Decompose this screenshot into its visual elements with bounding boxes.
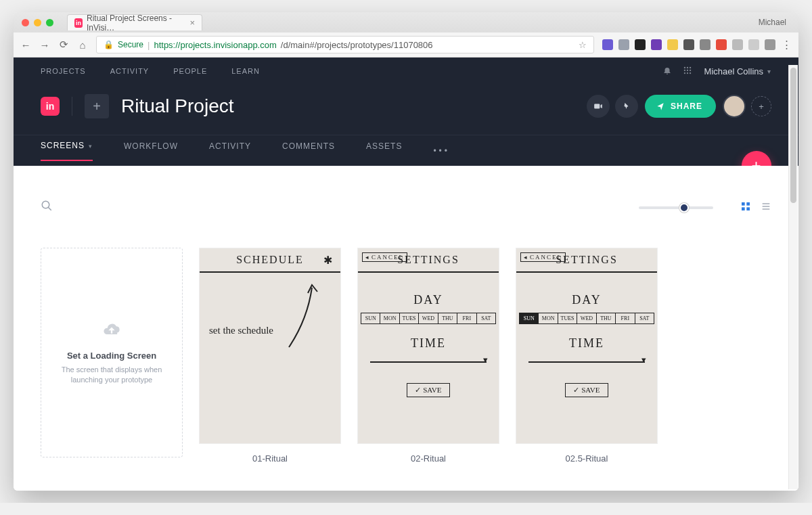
grid-view-button[interactable] (740, 201, 751, 214)
share-label: SHARE (671, 102, 702, 111)
close-tab-icon[interactable]: × (189, 18, 195, 28)
time-input-sketch (528, 361, 645, 363)
invision-logo[interactable]: in (41, 97, 60, 116)
extensions: ⋮ (602, 39, 792, 51)
extension-icon[interactable] (716, 39, 727, 50)
tab-comments[interactable]: COMMENTS (282, 141, 335, 160)
screen-caption[interactable]: 01-Ritual (199, 444, 341, 473)
minimize-window-button[interactable] (34, 19, 41, 26)
loading-screen-placeholder[interactable]: Set a Loading Screen The screen that dis… (41, 248, 183, 473)
tab-workflow[interactable]: WORKFLOW (124, 141, 178, 160)
tab-strip: in Ritual Project Screens - InVisi… × Mi… (14, 12, 798, 32)
day-label: DAY (516, 293, 657, 307)
browser-window: in Ritual Project Screens - InVisi… × Mi… (14, 12, 798, 491)
app-header: PROJECTS ACTIVITY PEOPLE LEARN Michael C… (14, 58, 798, 166)
video-button[interactable] (587, 95, 610, 118)
week-row: SUNMONTUESWEDTHUFRISAT (361, 313, 496, 324)
svg-point-8 (689, 72, 690, 74)
forward-button[interactable]: → (39, 39, 50, 51)
secure-label: Secure (118, 40, 143, 49)
tab-screens[interactable]: SCREENS▾ (41, 141, 93, 161)
bookmark-icon[interactable]: ☆ (579, 40, 587, 50)
reload-button[interactable]: ⟳ (58, 39, 69, 51)
share-button[interactable]: SHARE (645, 95, 716, 118)
tab-more-icon[interactable]: ••• (433, 146, 450, 156)
nav-projects[interactable]: PROJECTS (41, 67, 86, 75)
chrome-menu-icon[interactable]: ⋮ (781, 39, 792, 51)
extension-icon[interactable] (635, 39, 646, 50)
extension-icon[interactable] (618, 39, 629, 50)
lock-icon: 🔒 (104, 40, 114, 49)
tab-assets[interactable]: ASSETS (366, 141, 402, 160)
search-icon[interactable] (41, 200, 53, 215)
svg-point-3 (683, 70, 685, 71)
placeholder-subtitle: The screen that displays when launching … (55, 365, 168, 386)
maximize-window-button[interactable] (46, 19, 53, 26)
extension-icon[interactable] (602, 39, 613, 50)
url-path: /d/main#/projects/prototypes/11070806 (281, 40, 433, 50)
svg-point-6 (683, 72, 685, 74)
nav-learn[interactable]: LEARN (231, 67, 260, 75)
thumbnail-size-slider[interactable] (639, 206, 713, 209)
chrome-profile[interactable]: Michael (759, 18, 793, 27)
screen-card[interactable]: SCHEDULE ✱ set the schedule 01-Ritual (199, 248, 341, 473)
nav-activity[interactable]: ACTIVITY (110, 67, 150, 75)
upload-cloud-icon (99, 320, 124, 344)
time-label: TIME (358, 336, 499, 351)
address-bar[interactable]: 🔒 Secure | https://projects.invisionapp.… (96, 36, 594, 53)
close-window-button[interactable] (22, 19, 29, 26)
screens-toolbar (41, 200, 771, 215)
extension-icon[interactable] (732, 39, 743, 50)
address-bar-row: ← → ⟳ ⌂ 🔒 Secure | https://projects.invi… (14, 32, 798, 57)
back-button[interactable]: ← (20, 39, 31, 51)
chevron-down-icon: ▾ (767, 68, 771, 75)
favicon-icon: in (74, 18, 83, 28)
svg-point-7 (686, 72, 687, 74)
screen-caption[interactable]: 02.5-Ritual (516, 444, 658, 473)
screen-thumbnail[interactable]: ◂ CANCEL SETTINGS DAY SUNMONTUESWEDTHUFR… (357, 248, 499, 444)
slider-knob[interactable] (679, 203, 689, 212)
new-item-button[interactable]: + (85, 94, 109, 118)
divider (72, 97, 72, 116)
extension-icon[interactable] (683, 39, 694, 50)
extension-icon[interactable] (748, 39, 759, 50)
url-host: https://projects.invisionapp.com (154, 40, 276, 50)
extension-icon[interactable] (765, 39, 775, 50)
project-tabs: SCREENS▾ WORKFLOW ACTIVITY COMMENTS ASSE… (14, 135, 798, 166)
cancel-button-sketch: ◂ CANCEL (362, 252, 407, 262)
freehand-button[interactable] (615, 95, 638, 118)
save-button-sketch: ✓ SAVE (565, 383, 608, 397)
screen-thumbnail[interactable]: SCHEDULE ✱ set the schedule (199, 248, 341, 444)
apps-grid-icon[interactable] (683, 66, 692, 76)
screen-card[interactable]: ◂ CANCEL SETTINGS DAY SUNMONTUESWEDTHUFR… (357, 248, 499, 473)
scrollbar-thumb[interactable] (790, 68, 796, 203)
extension-icon[interactable] (667, 39, 678, 50)
screens-grid: Set a Loading Screen The screen that dis… (41, 248, 771, 473)
svg-line-10 (48, 207, 51, 210)
list-view-button[interactable] (761, 201, 771, 214)
notifications-icon[interactable] (662, 66, 672, 76)
placeholder-title: Set a Loading Screen (67, 351, 156, 361)
screen-caption[interactable]: 02-Ritual (357, 444, 499, 473)
svg-rect-12 (746, 202, 750, 206)
extension-icon[interactable] (700, 39, 710, 50)
user-menu[interactable]: Michael Collins (704, 66, 763, 76)
svg-point-2 (689, 67, 690, 68)
screen-thumbnail[interactable]: ◂ CANCEL SETTINGS DAY SUNMONTUESWEDTHUFR… (516, 248, 658, 444)
screen-card[interactable]: ◂ CANCEL SETTINGS DAY SUNMONTUESWEDTHUFR… (516, 248, 658, 473)
content-area: Set a Loading Screen The screen that dis… (14, 166, 798, 491)
tab-activity[interactable]: ACTIVITY (209, 141, 251, 160)
add-collaborator-button[interactable]: + (751, 96, 771, 116)
svg-point-9 (42, 201, 49, 208)
extension-icon[interactable] (651, 39, 662, 50)
nav-people[interactable]: PEOPLE (173, 67, 207, 75)
share-icon (656, 102, 665, 111)
project-title: Ritual Project (121, 95, 234, 117)
project-titlebar: in + Ritual Project SHARE + (14, 85, 798, 135)
week-row: SUNMONTUESWEDTHUFRISAT (519, 313, 654, 324)
scrollbar[interactable] (788, 65, 798, 489)
svg-point-5 (689, 70, 690, 71)
home-button[interactable]: ⌂ (77, 39, 88, 51)
browser-tab[interactable]: in Ritual Project Screens - InVisi… × (67, 14, 202, 30)
collaborator-avatar[interactable] (723, 95, 746, 118)
